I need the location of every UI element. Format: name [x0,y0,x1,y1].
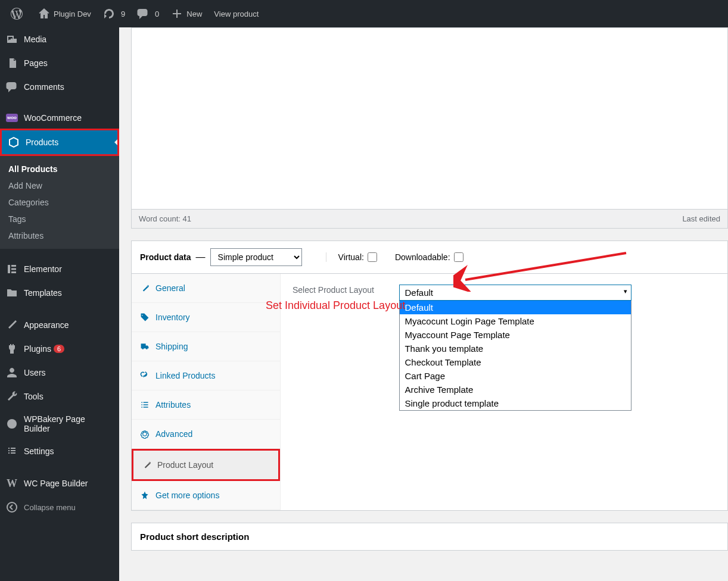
svg-rect-0 [8,265,10,273]
link-icon [140,371,150,380]
product-type-select[interactable]: Simple product [210,248,302,266]
sidebar-item-products[interactable]: Products [0,129,119,156]
appearance-icon [6,319,18,331]
product-data-header: Product data — Simple product Virtual: D… [132,241,727,274]
view-product-link[interactable]: View product [208,0,265,27]
new-link[interactable]: New [165,0,208,27]
products-icon [8,136,20,148]
tab-product-layout[interactable]: Product Layout [132,449,280,481]
sidebar-item-templates[interactable]: Templates [0,281,119,305]
collapse-menu[interactable]: Collapse menu [0,495,119,519]
sidebar-item-plugins[interactable]: Plugins6 [0,337,119,361]
layout-option[interactable]: Thank you template [400,342,631,355]
submenu-item-attributes[interactable]: Attributes [0,227,119,244]
tab-content: Select Product Layout Default Default My… [281,274,727,510]
settings-icon [6,445,18,457]
updates-link[interactable]: 9 [97,0,131,27]
page-icon [6,57,18,69]
product-data-panel: Product data — Simple product Virtual: D… [131,240,728,511]
word-count: Word count: 41 [139,214,191,223]
users-icon [6,367,18,379]
wordpress-icon [11,8,23,20]
submenu-item-tags[interactable]: Tags [0,211,119,227]
svg-rect-2 [11,268,16,270]
wc-builder-icon: W [6,477,18,489]
tab-advanced[interactable]: Advanced [132,420,280,449]
sidebar-item-woocommerce[interactable]: wooWooCommerce [0,107,119,129]
short-desc-title: Product short description [140,532,719,542]
wrench-icon [140,283,150,293]
layout-option[interactable]: Myaccount Page Template [400,328,631,342]
update-icon [103,8,115,20]
tools-icon [6,391,18,402]
layout-option[interactable]: Default [400,301,631,314]
main-content: Word count: 41 Last edited Product data … [119,27,728,581]
sidebar-item-wc-page-builder[interactable]: WWC Page Builder [0,471,119,495]
layout-option[interactable]: Myacocunt Login Page Template [400,314,631,328]
list-icon [140,400,150,410]
admin-bar: Plugin Dev 9 0 New View product [0,0,728,27]
sidebar-item-settings[interactable]: Settings [0,439,119,463]
layout-option[interactable]: Single product template [400,396,631,410]
last-edited: Last edited [682,214,720,223]
svg-rect-3 [11,271,16,273]
plugins-icon [6,343,18,355]
site-link[interactable]: Plugin Dev [32,0,97,27]
admin-sidebar: Media Pages Comments wooWooCommerce Prod… [0,27,119,581]
tab-shipping[interactable]: Shipping [132,332,280,361]
product-data-tabs: General Inventory Shipping Linked Produc… [132,274,281,510]
sidebar-item-pages[interactable]: Pages [0,51,119,75]
downloadable-option[interactable]: Downloadable: [395,252,463,262]
virtual-checkbox[interactable] [368,252,377,262]
svg-point-4 [7,419,17,429]
comments-link[interactable]: 0 [131,0,165,27]
woo-icon: woo [6,114,18,122]
panel-title: Product data [140,252,191,262]
spark-icon [140,491,150,500]
layout-dropdown: Default Myacocunt Login Page Template My… [399,301,631,411]
media-icon [6,33,18,45]
sidebar-item-wpbakery[interactable]: WPBakery Page Builder [0,408,119,439]
tab-attributes[interactable]: Attributes [132,391,280,420]
submenu-item-add-new[interactable]: Add New [0,177,119,194]
elementor-icon [6,263,18,275]
editor-footer: Word count: 41 Last edited [131,210,728,229]
plugins-badge: 6 [54,345,64,353]
short-description-panel: Product short description [131,523,728,551]
wpbakery-icon [6,418,18,430]
sidebar-item-users[interactable]: Users [0,361,119,385]
products-submenu: All Products Add New Categories Tags Att… [0,156,119,249]
layout-select[interactable]: Default [399,285,631,301]
wrench-icon [142,460,151,470]
layout-option[interactable]: Checkout Template [400,355,631,369]
downloadable-checkbox[interactable] [454,252,463,262]
sidebar-item-media[interactable]: Media [0,27,119,51]
tab-get-more[interactable]: Get more options [132,481,280,510]
submenu-item-categories[interactable]: Categories [0,194,119,211]
sidebar-item-appearance[interactable]: Appearance [0,313,119,337]
tab-linked-products[interactable]: Linked Products [132,361,280,391]
virtual-option[interactable]: Virtual: [326,252,377,262]
wp-logo[interactable] [5,0,32,27]
gear-icon [140,429,150,439]
layout-option[interactable]: Cart Page [400,369,631,383]
tag-icon [140,313,150,322]
plus-icon [171,8,183,20]
sidebar-item-elementor[interactable]: Elementor [0,257,119,281]
layout-option[interactable]: Archive Template [400,383,631,396]
submenu-item-all-products[interactable]: All Products [0,161,119,177]
tab-inventory[interactable]: Inventory [132,303,280,332]
tab-general[interactable]: General [132,274,280,303]
site-name: Plugin Dev [54,10,91,18]
comment-icon [137,8,149,20]
sidebar-item-comments[interactable]: Comments [0,75,119,99]
svg-point-5 [7,502,17,512]
editor-content[interactable] [131,27,728,210]
annotation-text: Set Individual Product Layout [266,299,405,313]
updates-count: 9 [121,10,125,18]
collapse-icon [6,501,18,513]
sidebar-item-tools[interactable]: Tools [0,385,119,408]
comments-count: 0 [155,10,159,18]
truck-icon [140,342,150,351]
panel-body: General Inventory Shipping Linked Produc… [132,274,727,510]
